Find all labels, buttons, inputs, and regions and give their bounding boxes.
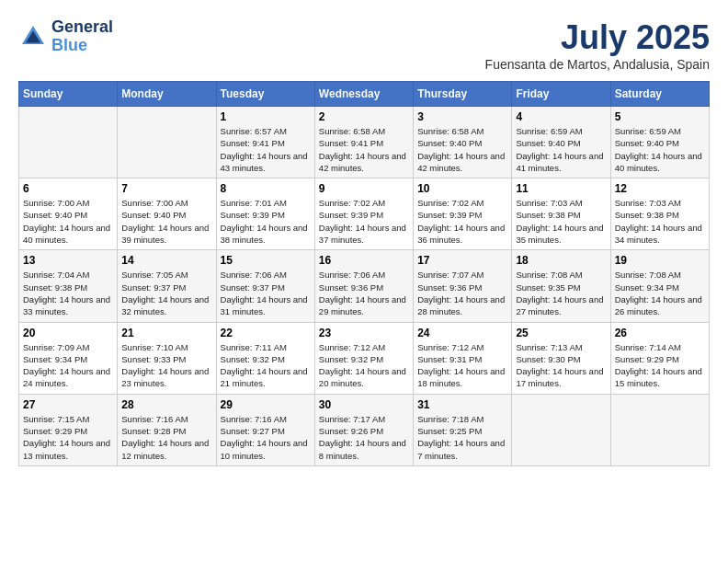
day-number: 14 [121, 254, 211, 267]
calendar-cell: 13Sunrise: 7:04 AM Sunset: 9:38 PM Dayli… [19, 250, 118, 322]
weekday-header-friday: Friday [512, 82, 610, 107]
day-number: 20 [23, 327, 113, 339]
day-info: Sunrise: 7:12 AM Sunset: 9:32 PM Dayligh… [319, 341, 409, 390]
calendar-cell: 25Sunrise: 7:13 AM Sunset: 9:30 PM Dayli… [512, 322, 610, 394]
day-info: Sunrise: 7:03 AM Sunset: 9:38 PM Dayligh… [516, 197, 606, 246]
day-info: Sunrise: 7:18 AM Sunset: 9:25 PM Dayligh… [417, 413, 507, 462]
weekday-header-saturday: Saturday [610, 82, 709, 107]
calendar-cell [610, 394, 709, 465]
calendar-cell: 19Sunrise: 7:08 AM Sunset: 9:34 PM Dayli… [610, 250, 709, 322]
day-info: Sunrise: 6:57 AM Sunset: 9:41 PM Dayligh… [221, 125, 311, 174]
day-info: Sunrise: 7:17 AM Sunset: 9:26 PM Dayligh… [319, 413, 409, 462]
calendar-cell: 14Sunrise: 7:05 AM Sunset: 9:37 PM Dayli… [118, 250, 216, 322]
day-info: Sunrise: 7:09 AM Sunset: 9:34 PM Dayligh… [23, 341, 113, 390]
day-info: Sunrise: 7:03 AM Sunset: 9:38 PM Dayligh… [615, 197, 705, 246]
day-number: 17 [417, 254, 507, 267]
calendar-cell: 11Sunrise: 7:03 AM Sunset: 9:38 PM Dayli… [512, 178, 610, 250]
logo: General Blue [18, 18, 113, 55]
calendar-cell: 28Sunrise: 7:16 AM Sunset: 9:28 PM Dayli… [118, 394, 216, 465]
week-row-2: 6Sunrise: 7:00 AM Sunset: 9:40 PM Daylig… [19, 178, 710, 250]
day-info: Sunrise: 6:58 AM Sunset: 9:40 PM Dayligh… [417, 125, 507, 174]
calendar-cell: 26Sunrise: 7:14 AM Sunset: 9:29 PM Dayli… [610, 322, 709, 394]
calendar-cell: 21Sunrise: 7:10 AM Sunset: 9:33 PM Dayli… [118, 322, 216, 394]
day-number: 6 [23, 182, 113, 195]
calendar-cell: 1Sunrise: 6:57 AM Sunset: 9:41 PM Daylig… [216, 107, 314, 178]
calendar-cell: 30Sunrise: 7:17 AM Sunset: 9:26 PM Dayli… [314, 394, 413, 465]
calendar-cell: 31Sunrise: 7:18 AM Sunset: 9:25 PM Dayli… [414, 394, 512, 465]
calendar-cell: 12Sunrise: 7:03 AM Sunset: 9:38 PM Dayli… [610, 178, 709, 250]
calendar-cell: 4Sunrise: 6:59 AM Sunset: 9:40 PM Daylig… [512, 107, 610, 178]
calendar-cell: 15Sunrise: 7:06 AM Sunset: 9:37 PM Dayli… [216, 250, 314, 322]
week-row-1: 1Sunrise: 6:57 AM Sunset: 9:41 PM Daylig… [19, 107, 710, 178]
calendar-cell: 8Sunrise: 7:01 AM Sunset: 9:39 PM Daylig… [216, 178, 314, 250]
calendar-cell [118, 107, 216, 178]
day-number: 22 [221, 327, 311, 339]
calendar-cell: 29Sunrise: 7:16 AM Sunset: 9:27 PM Dayli… [216, 394, 314, 465]
day-info: Sunrise: 7:10 AM Sunset: 9:33 PM Dayligh… [121, 341, 211, 390]
day-number: 1 [221, 110, 311, 123]
calendar-cell: 17Sunrise: 7:07 AM Sunset: 9:36 PM Dayli… [414, 250, 512, 322]
weekday-header-tuesday: Tuesday [216, 82, 314, 107]
day-number: 25 [516, 327, 606, 339]
logo-line1: General [51, 18, 113, 37]
day-info: Sunrise: 7:07 AM Sunset: 9:36 PM Dayligh… [417, 269, 507, 317]
day-number: 13 [23, 254, 113, 267]
calendar-cell: 3Sunrise: 6:58 AM Sunset: 9:40 PM Daylig… [414, 107, 512, 178]
day-info: Sunrise: 7:13 AM Sunset: 9:30 PM Dayligh… [516, 341, 606, 390]
day-number: 23 [319, 327, 409, 339]
day-number: 31 [417, 398, 507, 411]
day-info: Sunrise: 7:06 AM Sunset: 9:37 PM Dayligh… [221, 269, 311, 317]
day-number: 26 [615, 327, 705, 339]
weekday-header-monday: Monday [118, 82, 216, 107]
calendar-cell [512, 394, 610, 465]
day-number: 12 [615, 182, 705, 195]
day-number: 8 [221, 182, 311, 195]
calendar-cell: 24Sunrise: 7:12 AM Sunset: 9:31 PM Dayli… [414, 322, 512, 394]
day-number: 11 [516, 182, 606, 195]
calendar-cell: 20Sunrise: 7:09 AM Sunset: 9:34 PM Dayli… [19, 322, 118, 394]
week-row-3: 13Sunrise: 7:04 AM Sunset: 9:38 PM Dayli… [19, 250, 710, 322]
day-number: 27 [23, 398, 113, 411]
calendar-cell: 7Sunrise: 7:00 AM Sunset: 9:40 PM Daylig… [118, 178, 216, 250]
day-info: Sunrise: 7:00 AM Sunset: 9:40 PM Dayligh… [23, 197, 113, 246]
month-title: July 2025 [485, 18, 710, 57]
title-block: July 2025 Fuensanta de Martos, Andalusia… [485, 18, 710, 72]
calendar-cell: 22Sunrise: 7:11 AM Sunset: 9:32 PM Dayli… [216, 322, 314, 394]
calendar-cell: 16Sunrise: 7:06 AM Sunset: 9:36 PM Dayli… [314, 250, 413, 322]
day-number: 4 [516, 110, 606, 123]
day-info: Sunrise: 7:08 AM Sunset: 9:34 PM Dayligh… [615, 269, 705, 317]
logo-text: General Blue [51, 18, 113, 55]
day-number: 29 [221, 398, 311, 411]
calendar-cell: 23Sunrise: 7:12 AM Sunset: 9:32 PM Dayli… [314, 322, 413, 394]
day-number: 15 [221, 254, 311, 267]
calendar-cell: 27Sunrise: 7:15 AM Sunset: 9:29 PM Dayli… [19, 394, 118, 465]
day-number: 19 [615, 254, 705, 267]
day-number: 30 [319, 398, 409, 411]
day-number: 5 [615, 110, 705, 123]
day-number: 21 [121, 327, 211, 339]
day-info: Sunrise: 7:04 AM Sunset: 9:38 PM Dayligh… [23, 269, 113, 317]
page-header: General Blue July 2025 Fuensanta de Mart… [18, 18, 710, 72]
day-number: 7 [121, 182, 211, 195]
weekday-header-sunday: Sunday [19, 82, 118, 107]
day-info: Sunrise: 7:05 AM Sunset: 9:37 PM Dayligh… [121, 269, 211, 317]
day-info: Sunrise: 7:02 AM Sunset: 9:39 PM Dayligh… [319, 197, 409, 246]
day-info: Sunrise: 7:02 AM Sunset: 9:39 PM Dayligh… [417, 197, 507, 246]
calendar-cell [19, 107, 118, 178]
day-number: 9 [319, 182, 409, 195]
day-info: Sunrise: 7:16 AM Sunset: 9:27 PM Dayligh… [221, 413, 311, 462]
day-info: Sunrise: 7:06 AM Sunset: 9:36 PM Dayligh… [319, 269, 409, 317]
day-number: 10 [417, 182, 507, 195]
calendar-cell: 9Sunrise: 7:02 AM Sunset: 9:39 PM Daylig… [314, 178, 413, 250]
day-info: Sunrise: 7:12 AM Sunset: 9:31 PM Dayligh… [417, 341, 507, 390]
day-number: 18 [516, 254, 606, 267]
day-info: Sunrise: 6:59 AM Sunset: 9:40 PM Dayligh… [615, 125, 705, 174]
day-info: Sunrise: 6:58 AM Sunset: 9:41 PM Dayligh… [319, 125, 409, 174]
calendar-cell: 5Sunrise: 6:59 AM Sunset: 9:40 PM Daylig… [610, 107, 709, 178]
day-number: 24 [417, 327, 507, 339]
weekday-header-thursday: Thursday [414, 82, 512, 107]
week-row-5: 27Sunrise: 7:15 AM Sunset: 9:29 PM Dayli… [19, 394, 710, 465]
day-info: Sunrise: 7:01 AM Sunset: 9:39 PM Dayligh… [221, 197, 311, 246]
day-info: Sunrise: 7:14 AM Sunset: 9:29 PM Dayligh… [615, 341, 705, 390]
day-info: Sunrise: 7:00 AM Sunset: 9:40 PM Dayligh… [121, 197, 211, 246]
